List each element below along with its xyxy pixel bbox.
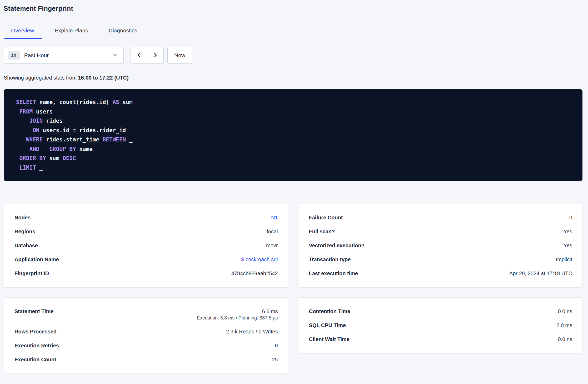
row-value-wrap: 4784cb829aab2542 [231,270,278,277]
sql-keyword: AS [113,99,119,105]
row-label: Execution Count [14,357,56,363]
row-value-wrap: Yes [564,243,572,249]
next-range-button[interactable] [147,47,164,64]
card-row: Last execution timeApr 29, 2024 at 17:18… [309,267,572,280]
timing-cards-row: Statement Time6.6 msExecution: 5.8 ms / … [4,297,582,374]
sql-keyword: GROUP BY [49,146,76,152]
row-value-link[interactable]: $ cockroach sql [241,257,278,262]
card-row: Full scan?Yes [309,225,572,239]
row-value: 0 [275,343,278,349]
sql-keyword: BETWEEN [103,136,126,143]
tab-explain-plans[interactable]: Explain Plans [47,22,96,39]
row-value: Yes [564,229,572,235]
row-value-wrap: $ cockroach sql [241,257,278,263]
row-label: Failure Count [309,215,343,221]
row-value: 2.0 ms [556,322,572,328]
row-label: Contention Time [309,308,350,314]
row-value: 0.0 ns [558,336,572,342]
sql-text: _ [36,165,43,171]
sql-text [16,136,26,143]
row-label: SQL CPU Time [309,322,346,328]
row-label: Regions [14,229,35,235]
card-row: Transaction typeImplicit [309,253,572,267]
execution-details-card: Failure Count0Full scan?YesVectorized ex… [298,204,583,288]
row-value-wrap: 0.0 ns [558,336,572,342]
chevron-down-icon [112,52,118,58]
time-controls: 1h Past Hour Now [4,47,582,64]
row-value: 4784cb829aab2542 [231,270,278,277]
sql-text: name, count(rides.id) [36,99,113,105]
row-value-wrap: 2.0 ms [556,322,572,328]
time-range-label: Past Hour [24,52,112,58]
sql-text: users.id = rides.rider_id [39,127,126,134]
row-value-wrap: Yes [564,229,572,235]
previous-range-button[interactable] [131,47,147,64]
row-subvalue: Execution: 5.8 ms / Planning: 687.5 µs [197,315,278,321]
card-row: NodesN1 [14,211,278,225]
sql-keyword: DESC [63,155,76,161]
row-label: Statement Time [14,308,54,314]
sql-text [16,118,29,124]
tab-overview[interactable]: Overview [4,22,42,39]
row-value-wrap: 2.3 k Reads / 0 Writes [226,329,278,335]
sql-text: _ [39,146,49,152]
tab-diagnostics[interactable]: Diagnostics [101,22,145,39]
row-label: Transaction type [309,257,351,263]
sql-line: SELECT name, count(rides.id) AS sum [16,98,570,107]
row-value: local [267,229,278,235]
row-label: Application Name [14,257,59,263]
row-value-wrap: 0 [569,215,572,221]
row-value: movr [266,243,278,249]
sql-text: _ [126,136,132,143]
row-value: 0.0 ns [558,308,572,314]
card-row: Fingerprint ID4784cb829aab2542 [14,267,278,280]
now-button[interactable]: Now [167,47,192,64]
row-value-link[interactable]: N1 [271,215,278,220]
time-range-select[interactable]: 1h Past Hour [4,47,124,64]
card-row: Client Wait Time0.0 ns [309,332,572,346]
sql-text: name [76,146,93,152]
card-row: Contention Time0.0 ns [309,304,572,318]
row-value: Yes [564,243,572,249]
row-value-wrap: Implicit [556,257,572,263]
row-value: Implicit [556,257,572,263]
sql-line: JOIN rides [16,116,570,126]
sql-keyword: JOIN [29,118,43,124]
sql-text [16,146,29,152]
card-row: Rows Processed2.3 k Reads / 0 Writes [14,325,278,339]
sql-keyword: SELECT [16,99,36,105]
row-label: Rows Processed [14,329,57,335]
sql-text [16,155,19,161]
sql-text: sum [46,155,63,161]
stats-summary-prefix: Showing aggregated stats from [4,75,78,81]
row-value-wrap: 0.0 ns [558,308,572,314]
row-value: 0 [569,215,572,221]
row-label: Last execution time [309,270,358,277]
sql-text [16,109,19,115]
tab-bar: Overview Explain Plans Diagnostics [4,22,582,39]
sql-text [16,165,19,171]
sql-text: users [33,109,53,115]
sql-text: sum [119,99,133,105]
range-step-buttons [131,47,164,64]
row-value-wrap: 0 [275,343,278,349]
contention-card: Contention Time0.0 nsSQL CPU Time2.0 msC… [298,297,583,353]
card-row: Failure Count0 [309,211,572,225]
statement-details-card: NodesN1RegionslocalDatabasemovrApplicati… [4,204,288,288]
sql-text: rides.start_time [43,136,103,143]
card-row: SQL CPU Time2.0 ms [309,318,572,332]
sql-keyword: LIMIT [19,165,36,171]
card-row: Execution Count25 [14,353,278,367]
row-value-wrap: movr [266,243,278,249]
sql-keyword: ON [33,127,39,134]
row-value-wrap: Apr 29, 2024 at 17:18 UTC [509,270,572,277]
row-value: 6.6 ms [197,308,278,314]
sql-line: ON users.id = rides.rider_id [16,126,570,135]
row-label: Execution Retries [14,343,59,349]
chevron-left-icon [136,52,142,59]
row-value: 2.3 k Reads / 0 Writes [226,329,278,335]
stats-summary-range: 16:00 to 17:22 (UTC) [78,75,128,81]
row-label: Database [14,243,38,249]
row-value-wrap: 6.6 msExecution: 5.8 ms / Planning: 687.… [197,308,278,321]
card-row: Execution Retries0 [14,339,278,353]
